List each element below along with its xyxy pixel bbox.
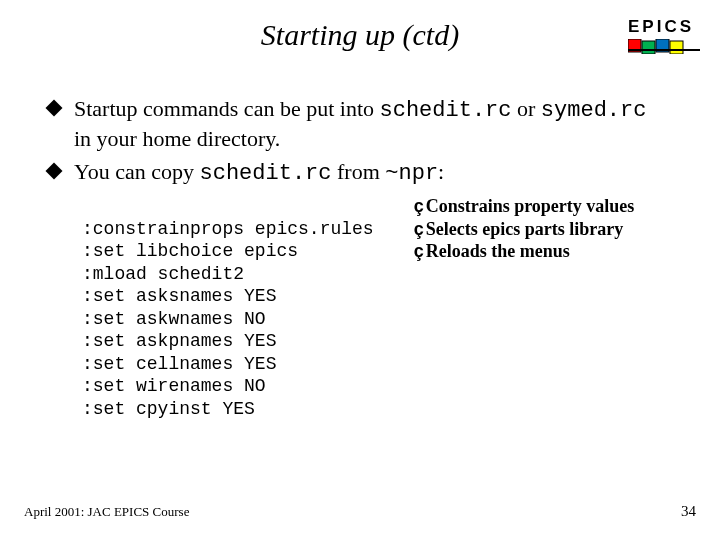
text-run: in your home directory. <box>74 126 280 151</box>
code-line: :set wirenames NO <box>82 376 266 396</box>
bullet-text: You can copy schedit.rc from ~npr: <box>74 158 444 188</box>
brand-text: EPICS <box>628 18 700 35</box>
code-block: :constrainprops epics.rules :set libchoi… <box>82 195 634 420</box>
page-title: Starting up (ctd) <box>0 18 720 52</box>
code-run: schedit.rc <box>380 98 512 123</box>
annotation-row: ç Selects epics parts library <box>414 218 635 241</box>
annotation-text: Selects epics parts library <box>426 218 623 241</box>
annotation-text: Constrains property values <box>426 195 635 218</box>
footer-left: April 2001: JAC EPICS Course <box>24 504 189 520</box>
code-run: symed.rc <box>541 98 647 123</box>
code-run: ~npr <box>385 161 438 186</box>
annotation-text: Reloads the menus <box>426 240 570 263</box>
svg-rect-1 <box>642 41 655 54</box>
code-line: :set libchoice epics <box>82 241 298 261</box>
slide: Starting up (ctd) EPICS Startup commands… <box>0 0 720 540</box>
code-line: :mload schedit2 <box>82 264 244 284</box>
code-line: :set asksnames YES <box>82 286 276 306</box>
code-line: :set cpyinst YES <box>82 399 255 419</box>
code-line: :constrainprops epics.rules <box>82 219 374 239</box>
code-line: :set cellnames YES <box>82 354 276 374</box>
text-run: You can copy <box>74 159 199 184</box>
annotation-row: ç Constrains property values <box>414 195 635 218</box>
list-item: Startup commands can be put into schedit… <box>48 95 648 152</box>
text-run: from <box>332 159 386 184</box>
left-arrow-icon: ç <box>414 218 424 241</box>
page-number: 34 <box>681 503 696 520</box>
code-line: :set askpnames YES <box>82 331 276 351</box>
left-arrow-icon: ç <box>414 240 424 263</box>
bullet-list: Startup commands can be put into schedit… <box>48 95 648 194</box>
code-lines: :constrainprops epics.rules :set libchoi… <box>82 195 374 420</box>
code-line: :set askwnames NO <box>82 309 266 329</box>
diamond-bullet-icon <box>46 163 63 180</box>
text-run: Startup commands can be put into <box>74 96 380 121</box>
code-run: schedit.rc <box>199 161 331 186</box>
annotation-row: ç Reloads the menus <box>414 240 635 263</box>
brand-logo: EPICS <box>628 18 700 58</box>
text-run: or <box>512 96 541 121</box>
annotations: ç Constrains property values ç Selects e… <box>414 195 635 263</box>
text-run: : <box>438 159 444 184</box>
list-item: You can copy schedit.rc from ~npr: <box>48 158 648 188</box>
diamond-bullet-icon <box>46 100 63 117</box>
brand-squares-icon <box>628 39 700 54</box>
left-arrow-icon: ç <box>414 195 424 218</box>
svg-rect-3 <box>670 41 683 54</box>
bullet-text: Startup commands can be put into schedit… <box>74 95 648 152</box>
